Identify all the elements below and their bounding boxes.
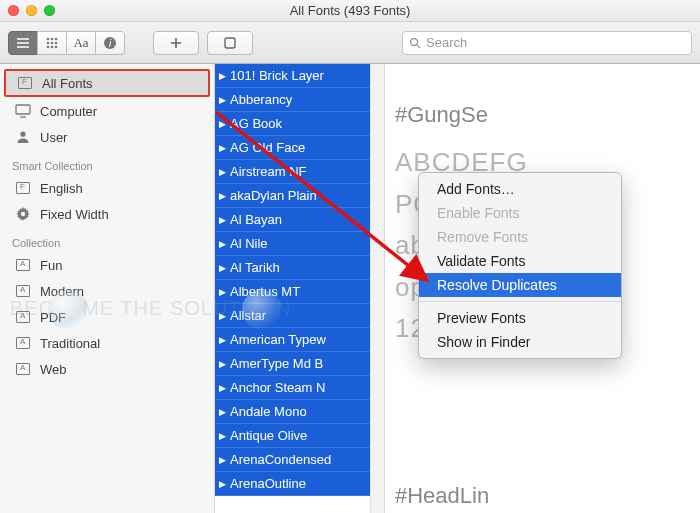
menu-item-show-in-finder[interactable]: Show in Finder xyxy=(419,330,621,354)
add-button[interactable] xyxy=(153,31,199,55)
sidebar-item-label: Fixed Width xyxy=(40,207,109,222)
close-window-button[interactable] xyxy=(8,5,19,16)
sidebar-item-label: PDF xyxy=(40,310,66,325)
sidebar-item-fixed-width[interactable]: Fixed Width xyxy=(0,201,214,227)
sidebar-item-traditional[interactable]: Traditional xyxy=(0,330,214,356)
font-row[interactable]: ▶101! Brick Layer xyxy=(215,64,384,88)
traffic-lights xyxy=(8,5,55,16)
font-name: Al Tarikh xyxy=(230,260,280,275)
sidebar-item-label: English xyxy=(40,181,83,196)
sidebar-item-label: Web xyxy=(40,362,67,377)
disclosure-triangle-icon: ▶ xyxy=(219,407,226,417)
view-info-button[interactable]: i xyxy=(95,31,125,55)
font-row[interactable]: ▶ArenaCondensed xyxy=(215,448,384,472)
sidebar-item-modern[interactable]: Modern xyxy=(0,278,214,304)
menu-item-resolve-duplicates[interactable]: Resolve Duplicates xyxy=(419,273,621,297)
font-row[interactable]: ▶Albertus MT xyxy=(215,280,384,304)
svg-point-6 xyxy=(47,45,50,48)
font-name: Albertus MT xyxy=(230,284,300,299)
disclosure-triangle-icon: ▶ xyxy=(219,119,226,129)
font-name: American Typew xyxy=(230,332,326,347)
font-row[interactable]: ▶Antique Olive xyxy=(215,424,384,448)
svg-point-5 xyxy=(55,41,58,44)
font-row[interactable]: ▶American Typew xyxy=(215,328,384,352)
view-sample-button[interactable]: Aa xyxy=(66,31,96,55)
font-row[interactable]: ▶Al Tarikh xyxy=(215,256,384,280)
disclosure-triangle-icon: ▶ xyxy=(219,95,226,105)
sidebar-item-english[interactable]: English xyxy=(0,175,214,201)
sidebar: All FontsComputerUser Smart Collection E… xyxy=(0,64,215,513)
disclosure-triangle-icon: ▶ xyxy=(219,383,226,393)
a-icon xyxy=(14,257,32,273)
info-icon: i xyxy=(103,36,117,50)
font-name: Abberancy xyxy=(230,92,292,107)
svg-point-8 xyxy=(55,45,58,48)
font-name: Al Bayan xyxy=(230,212,282,227)
search-placeholder: Search xyxy=(426,35,467,50)
svg-rect-13 xyxy=(16,105,30,114)
disclosure-triangle-icon: ▶ xyxy=(219,167,226,177)
menu-item-add-fonts[interactable]: Add Fonts… xyxy=(419,177,621,201)
font-name: Andale Mono xyxy=(230,404,307,419)
menu-item-preview-fonts[interactable]: Preview Fonts xyxy=(419,306,621,330)
font-list-column: ▶101! Brick Layer▶Abberancy▶AG Book▶AG O… xyxy=(215,64,385,513)
search-field[interactable]: Search xyxy=(402,31,692,55)
font-row[interactable]: ▶AG Book xyxy=(215,112,384,136)
font-list[interactable]: ▶101! Brick Layer▶Abberancy▶AG Book▶AG O… xyxy=(215,64,384,496)
disclosure-triangle-icon: ▶ xyxy=(219,455,226,465)
font-row[interactable]: ▶AmerType Md B xyxy=(215,352,384,376)
font-name: ArenaCondensed xyxy=(230,452,331,467)
font-row[interactable]: ▶akaDylan Plain xyxy=(215,184,384,208)
disclosure-triangle-icon: ▶ xyxy=(219,335,226,345)
disclosure-triangle-icon: ▶ xyxy=(219,431,226,441)
disclosure-triangle-icon: ▶ xyxy=(219,71,226,81)
sidebar-item-web[interactable]: Web xyxy=(0,356,214,382)
svg-point-4 xyxy=(51,41,54,44)
font-name: AG Old Face xyxy=(230,140,305,155)
sidebar-item-fun[interactable]: Fun xyxy=(0,252,214,278)
view-grid-button[interactable] xyxy=(37,31,67,55)
svg-point-3 xyxy=(47,41,50,44)
grid-icon xyxy=(46,37,58,49)
font-row[interactable]: ▶Allstar xyxy=(215,304,384,328)
font-name: akaDylan Plain xyxy=(230,188,317,203)
disclosure-triangle-icon: ▶ xyxy=(219,287,226,297)
disclosure-triangle-icon: ▶ xyxy=(219,263,226,273)
font-row[interactable]: ▶Al Nile xyxy=(215,232,384,256)
preview-heading-1: #GungSe xyxy=(395,102,700,128)
f-icon xyxy=(16,75,34,91)
disclosure-triangle-icon: ▶ xyxy=(219,143,226,153)
font-name: AmerType Md B xyxy=(230,356,323,371)
font-name: 101! Brick Layer xyxy=(230,68,324,83)
font-row[interactable]: ▶Anchor Steam N xyxy=(215,376,384,400)
toggle-button[interactable] xyxy=(207,31,253,55)
font-row[interactable]: ▶Abberancy xyxy=(215,88,384,112)
sidebar-item-label: Fun xyxy=(40,258,62,273)
sidebar-header-collection: Collection xyxy=(0,227,214,252)
font-row[interactable]: ▶Andale Mono xyxy=(215,400,384,424)
view-list-button[interactable] xyxy=(8,31,38,55)
sidebar-item-computer[interactable]: Computer xyxy=(0,98,214,124)
font-name: Anchor Steam N xyxy=(230,380,325,395)
font-name: AG Book xyxy=(230,116,282,131)
sidebar-item-all-fonts[interactable]: All Fonts xyxy=(4,69,210,97)
sidebar-item-label: User xyxy=(40,130,67,145)
menu-item-validate-fonts[interactable]: Validate Fonts xyxy=(419,249,621,273)
minimize-window-button[interactable] xyxy=(26,5,37,16)
a-icon xyxy=(14,309,32,325)
sidebar-item-pdf[interactable]: PDF xyxy=(0,304,214,330)
f-icon xyxy=(14,180,32,196)
zoom-window-button[interactable] xyxy=(44,5,55,16)
font-row[interactable]: ▶AG Old Face xyxy=(215,136,384,160)
font-row[interactable]: ▶Airstream NF xyxy=(215,160,384,184)
scrollbar[interactable] xyxy=(370,64,384,513)
sidebar-item-label: Computer xyxy=(40,104,97,119)
window-titlebar: All Fonts (493 Fonts) xyxy=(0,0,700,22)
font-row[interactable]: ▶Al Bayan xyxy=(215,208,384,232)
font-row[interactable]: ▶ArenaOutline xyxy=(215,472,384,496)
sidebar-item-user[interactable]: User xyxy=(0,124,214,150)
a-icon xyxy=(14,283,32,299)
a-icon xyxy=(14,335,32,351)
svg-point-7 xyxy=(51,45,54,48)
toolbar: Aa i Search xyxy=(0,22,700,64)
